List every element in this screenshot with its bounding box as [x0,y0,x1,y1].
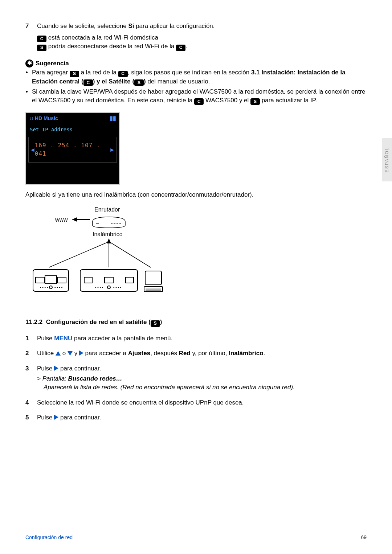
svg-rect-20 [105,277,113,283]
satellite-icon: S [151,320,160,327]
device-screen-mock: ♫ HD Music ▮▮ Set IP Address ◀ 169 . 254… [25,112,120,185]
tip-icon: ✱ [25,59,33,67]
router-icon [91,215,127,230]
device-center-icon: • • • • • • • • [33,269,69,295]
tip-item-2: Si cambia la clave WEP/WPA después de ha… [32,87,367,105]
triangle-right-icon [54,415,58,420]
step-3: 3 Pulse para continuar. [25,364,367,373]
center-icon: C [83,79,93,86]
center-icon: C [194,98,204,105]
svg-line-9 [49,242,108,267]
screen-title: Set IP Address [26,124,119,136]
satellite-icon: S [250,98,260,105]
satellite-icon: S [37,45,46,51]
svg-rect-21 [126,277,134,283]
tip-item-1: Para agregar S a la red de la C, siga lo… [32,68,367,86]
left-arrow-icon: ◀ [31,146,35,154]
menu-keyword: MENU [54,335,72,342]
svg-rect-12 [36,277,44,283]
signal-icon: ▮▮ [110,114,116,122]
step-number: 5 [25,413,37,422]
center-icon: C [37,36,46,42]
step-number: 2 [25,349,37,358]
svg-point-22 [107,286,110,289]
center-icon: C [118,71,128,77]
language-tab-label: ESPAÑOL [384,147,390,172]
footer-section-title: Configuración de red [25,534,73,541]
svg-rect-25 [145,271,162,285]
ip-row: ◀ 169 . 254 . 107 . 041 ▶ [28,137,117,163]
step-4: 4 Seleccione la red Wi-Fi donde se encue… [25,398,367,407]
language-tab: ESPAÑOL [382,138,392,181]
arrow-www-icon [72,216,90,223]
right-arrow-icon: ▶ [110,146,114,154]
svg-text:• • • •: • • • • [95,286,103,290]
step-7-details: C está conectada a la red Wi-Fi doméstic… [37,33,367,51]
step-2: 2 Utilice o y para acceder a Ajustes, de… [25,349,367,358]
satellite-icon: S [70,71,79,77]
step-text: Cuando se le solicite, seleccione Sí par… [37,22,367,30]
router-label: Enrutador [94,206,120,214]
svg-rect-11 [33,270,69,291]
step-7: 7 Cuando se le solicite, seleccione Sí p… [25,22,367,30]
svg-text:• • • •: • • • • [40,286,48,290]
step-1: 1 Pulse MENU para acceder a la pantalla … [25,334,367,343]
triangle-down-icon [68,351,73,356]
applicable-note: Aplicable si ya tiene una red inalámbric… [25,190,367,199]
svg-text:• • • •: • • • • [113,286,122,290]
www-label: www [55,216,68,224]
step-number: 1 [25,334,37,343]
screen-header: HD Music [35,115,58,121]
music-note-icon: ♫ [29,115,33,121]
step-number: 3 [25,364,37,373]
wireless-label: Inalámbrico [93,230,123,238]
svg-marker-1 [72,217,77,222]
step-5: 5 Pulse para continuar. [25,413,367,422]
svg-line-10 [110,242,151,267]
svg-rect-19 [84,277,92,283]
step-number: 7 [25,22,37,30]
section-divider [25,311,367,311]
tip-title: Sugerencia [36,59,69,68]
tip-list: Para agregar S a la red de la C, siga lo… [25,68,367,105]
svg-rect-13 [45,276,57,284]
svg-rect-18 [80,270,138,291]
triangle-right-icon [79,350,83,356]
svg-text:• • • •: • • • • [54,286,63,290]
svg-rect-14 [57,277,66,283]
center-icon: C [176,45,185,51]
network-diagram: Enrutador www Inalámbrico [25,206,156,300]
triangle-up-icon [56,351,61,356]
footer-page-number: 69 [361,534,367,541]
section-heading: 11.2.2 Configuración de red en el satéli… [25,318,367,327]
step-3-result: > Pantalla: Buscando redes… Aparecerá la… [37,374,367,392]
step-number: 4 [25,398,37,407]
device-computer-icon [143,269,163,295]
device-satellite-icon: • • • • • • • • [80,269,138,295]
triangle-right-icon [54,366,58,371]
page-footer: Configuración de red 69 [25,534,367,541]
svg-point-15 [49,286,52,289]
satellite-icon: S [134,79,144,86]
tip-heading: ✱ Sugerencia [25,59,367,68]
